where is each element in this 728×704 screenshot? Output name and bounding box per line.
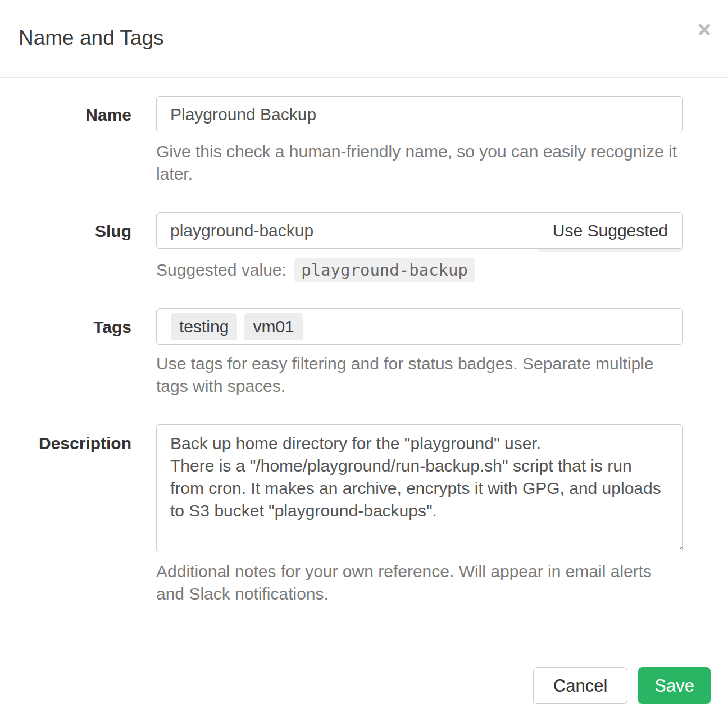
tags-field-label: Tags xyxy=(19,308,156,397)
slug-field-label: Slug xyxy=(19,212,156,281)
cancel-button[interactable]: Cancel xyxy=(533,667,628,704)
close-icon[interactable]: × xyxy=(695,16,713,44)
description-textarea[interactable]: Back up home directory for the "playgrou… xyxy=(156,424,683,552)
modal-footer: Cancel Save xyxy=(0,648,728,704)
name-field: Give this check a human-friendly name, s… xyxy=(156,96,683,185)
name-input[interactable] xyxy=(156,96,683,132)
slug-input-group: Use Suggested xyxy=(156,212,683,249)
slug-form-row: Slug Use Suggested Suggested value: play… xyxy=(19,212,683,281)
tags-input[interactable]: testing vm01 xyxy=(156,308,683,345)
name-and-tags-dialog: Name and Tags × Name Give this check a h… xyxy=(0,0,728,704)
tag-chip-vm01[interactable]: vm01 xyxy=(244,313,302,340)
save-button[interactable]: Save xyxy=(638,667,711,704)
suggested-value-code: playground-backup xyxy=(294,258,475,282)
tags-form-row: Tags testing vm01 Use tags for easy filt… xyxy=(19,308,683,397)
name-form-row: Name Give this check a human-friendly na… xyxy=(19,96,683,185)
suggested-value-line: Suggested value: playground-backup xyxy=(156,259,683,281)
slug-input[interactable] xyxy=(156,212,538,249)
modal-body: Name Give this check a human-friendly na… xyxy=(0,78,728,648)
name-help-text: Give this check a human-friendly name, s… xyxy=(156,140,683,185)
description-field-label: Description xyxy=(19,424,156,605)
description-field: Back up home directory for the "playgrou… xyxy=(156,424,683,605)
modal-title: Name and Tags xyxy=(19,26,709,51)
description-form-row: Description Back up home directory for t… xyxy=(19,424,683,605)
modal-header: Name and Tags × xyxy=(0,0,728,78)
use-suggested-button[interactable]: Use Suggested xyxy=(538,212,683,249)
slug-field: Use Suggested Suggested value: playgroun… xyxy=(156,212,683,281)
suggested-value-prefix: Suggested value: xyxy=(156,260,286,279)
tags-help-text: Use tags for easy filtering and for stat… xyxy=(156,353,683,397)
name-field-label: Name xyxy=(19,96,156,185)
tags-field: testing vm01 Use tags for easy filtering… xyxy=(156,308,683,397)
tag-chip-testing[interactable]: testing xyxy=(171,313,237,340)
description-help-text: Additional notes for your own reference.… xyxy=(156,560,683,605)
